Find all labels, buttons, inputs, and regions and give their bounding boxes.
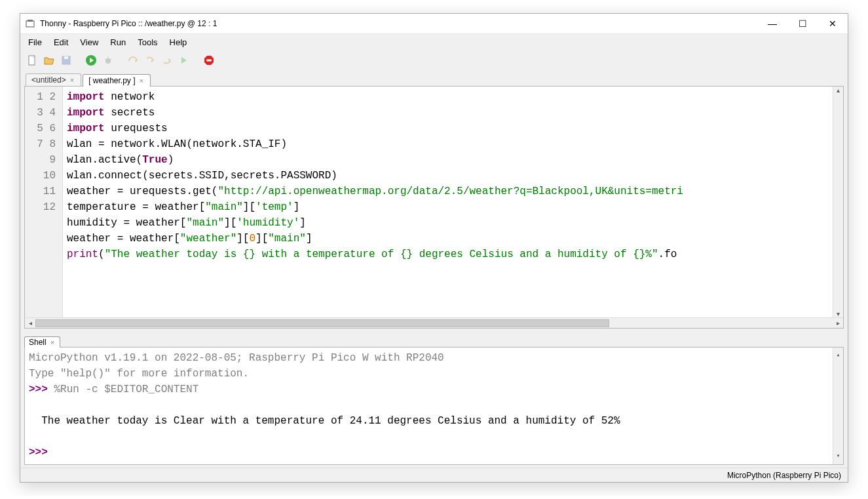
shell-pane[interactable]: MicroPython v1.19.1 on 2022-08-05; Raspb… <box>24 347 844 465</box>
maximize-button[interactable]: ☐ <box>787 14 818 33</box>
close-icon[interactable]: × <box>49 338 56 346</box>
statusbar: MicroPython (Raspberry Pi Pico) <box>20 468 848 482</box>
resume-icon[interactable] <box>178 54 191 67</box>
tab-label: Shell <box>29 338 47 347</box>
vertical-scrollbar[interactable]: ▴▾ <box>833 87 843 317</box>
window-title: Thonny - Raspberry Pi Pico :: /weather.p… <box>40 19 217 28</box>
stop-icon[interactable] <box>202 54 216 67</box>
menu-file[interactable]: File <box>23 36 47 49</box>
open-file-icon[interactable] <box>43 54 56 67</box>
line-number-gutter: 1 2 3 4 5 6 7 8 9 10 11 12 <box>25 87 63 317</box>
editor-tabs: <untitled> × [ weather.py ] × <box>20 70 848 86</box>
save-icon[interactable] <box>60 54 73 67</box>
code-editor[interactable]: import network import secrets import ure… <box>63 87 833 317</box>
svg-rect-6 <box>64 56 68 59</box>
app-window: Thonny - Raspberry Pi Pico :: /weather.p… <box>20 13 848 483</box>
menu-view[interactable]: View <box>75 36 104 49</box>
run-icon[interactable] <box>85 54 98 67</box>
svg-rect-1 <box>28 20 33 22</box>
close-icon[interactable]: × <box>138 77 145 85</box>
svg-rect-0 <box>26 21 34 27</box>
close-button[interactable]: ✕ <box>818 14 848 33</box>
close-icon[interactable]: × <box>69 76 75 84</box>
step-into-icon[interactable] <box>143 54 157 67</box>
svg-point-9 <box>105 58 111 64</box>
svg-line-12 <box>110 59 111 60</box>
tab-weather[interactable]: [ weather.py ] × <box>83 74 151 87</box>
svg-marker-16 <box>181 57 187 64</box>
shell-tab-row: Shell × <box>20 332 848 347</box>
menubar: File Edit View Run Tools Help <box>20 33 848 50</box>
debug-icon[interactable] <box>102 54 115 67</box>
new-file-icon[interactable] <box>26 54 39 67</box>
tab-untitled[interactable]: <untitled> × <box>26 73 81 86</box>
menu-edit[interactable]: Edit <box>48 36 73 49</box>
minimize-button[interactable]: — <box>757 14 787 33</box>
step-over-icon[interactable] <box>126 54 140 67</box>
tab-label: <untitled> <box>31 75 66 85</box>
svg-line-11 <box>105 59 106 60</box>
menu-tools[interactable]: Tools <box>132 36 162 49</box>
tab-shell[interactable]: Shell × <box>24 336 60 348</box>
menu-run[interactable]: Run <box>105 36 131 49</box>
svg-marker-4 <box>45 58 54 64</box>
tab-label: [ weather.py ] <box>88 76 135 85</box>
toolbar <box>20 50 848 70</box>
editor-pane: 1 2 3 4 5 6 7 8 9 10 11 12 import networ… <box>24 86 844 329</box>
app-icon <box>26 18 36 29</box>
menu-help[interactable]: Help <box>164 36 193 49</box>
titlebar: Thonny - Raspberry Pi Pico :: /weather.p… <box>20 14 848 33</box>
interpreter-label[interactable]: MicroPython (Raspberry Pi Pico) <box>727 471 841 480</box>
window-controls: — ☐ ✕ <box>757 14 848 33</box>
vertical-scrollbar[interactable]: ▴▾ <box>833 348 843 464</box>
step-out-icon[interactable] <box>160 54 174 67</box>
svg-rect-18 <box>206 60 212 62</box>
horizontal-scrollbar[interactable]: ◂ ▸ <box>25 317 843 328</box>
